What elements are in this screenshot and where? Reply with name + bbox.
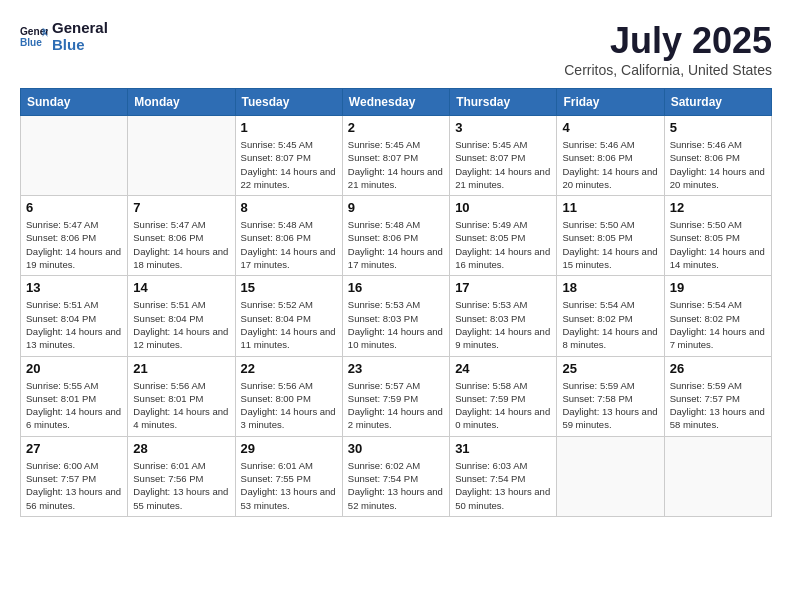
column-header-thursday: Thursday xyxy=(450,89,557,116)
day-detail: Sunrise: 5:59 AM Sunset: 7:58 PM Dayligh… xyxy=(562,379,658,432)
day-number: 23 xyxy=(348,361,444,376)
calendar-cell: 22Sunrise: 5:56 AM Sunset: 8:00 PM Dayli… xyxy=(235,356,342,436)
day-detail: Sunrise: 6:01 AM Sunset: 7:56 PM Dayligh… xyxy=(133,459,229,512)
calendar-cell: 26Sunrise: 5:59 AM Sunset: 7:57 PM Dayli… xyxy=(664,356,771,436)
day-number: 21 xyxy=(133,361,229,376)
calendar-cell: 28Sunrise: 6:01 AM Sunset: 7:56 PM Dayli… xyxy=(128,436,235,516)
day-detail: Sunrise: 5:47 AM Sunset: 8:06 PM Dayligh… xyxy=(26,218,122,271)
calendar-cell: 1Sunrise: 5:45 AM Sunset: 8:07 PM Daylig… xyxy=(235,116,342,196)
calendar-cell: 15Sunrise: 5:52 AM Sunset: 8:04 PM Dayli… xyxy=(235,276,342,356)
column-header-friday: Friday xyxy=(557,89,664,116)
logo-icon: General Blue xyxy=(20,23,48,51)
calendar-cell: 12Sunrise: 5:50 AM Sunset: 8:05 PM Dayli… xyxy=(664,196,771,276)
calendar-cell: 21Sunrise: 5:56 AM Sunset: 8:01 PM Dayli… xyxy=(128,356,235,436)
column-header-sunday: Sunday xyxy=(21,89,128,116)
calendar-cell: 30Sunrise: 6:02 AM Sunset: 7:54 PM Dayli… xyxy=(342,436,449,516)
day-number: 19 xyxy=(670,280,766,295)
day-detail: Sunrise: 5:50 AM Sunset: 8:05 PM Dayligh… xyxy=(562,218,658,271)
column-header-saturday: Saturday xyxy=(664,89,771,116)
day-number: 7 xyxy=(133,200,229,215)
title-block: July 2025 Cerritos, California, United S… xyxy=(564,20,772,78)
calendar-cell: 7Sunrise: 5:47 AM Sunset: 8:06 PM Daylig… xyxy=(128,196,235,276)
calendar-cell: 8Sunrise: 5:48 AM Sunset: 8:06 PM Daylig… xyxy=(235,196,342,276)
calendar-cell: 31Sunrise: 6:03 AM Sunset: 7:54 PM Dayli… xyxy=(450,436,557,516)
day-number: 4 xyxy=(562,120,658,135)
day-number: 27 xyxy=(26,441,122,456)
day-detail: Sunrise: 5:51 AM Sunset: 8:04 PM Dayligh… xyxy=(133,298,229,351)
week-row-4: 20Sunrise: 5:55 AM Sunset: 8:01 PM Dayli… xyxy=(21,356,772,436)
column-header-wednesday: Wednesday xyxy=(342,89,449,116)
day-detail: Sunrise: 5:52 AM Sunset: 8:04 PM Dayligh… xyxy=(241,298,337,351)
day-detail: Sunrise: 5:45 AM Sunset: 8:07 PM Dayligh… xyxy=(241,138,337,191)
calendar-cell: 2Sunrise: 5:45 AM Sunset: 8:07 PM Daylig… xyxy=(342,116,449,196)
calendar-cell: 16Sunrise: 5:53 AM Sunset: 8:03 PM Dayli… xyxy=(342,276,449,356)
day-number: 11 xyxy=(562,200,658,215)
calendar-cell: 9Sunrise: 5:48 AM Sunset: 8:06 PM Daylig… xyxy=(342,196,449,276)
day-detail: Sunrise: 5:48 AM Sunset: 8:06 PM Dayligh… xyxy=(241,218,337,271)
day-detail: Sunrise: 5:58 AM Sunset: 7:59 PM Dayligh… xyxy=(455,379,551,432)
calendar-cell: 23Sunrise: 5:57 AM Sunset: 7:59 PM Dayli… xyxy=(342,356,449,436)
logo-blue-text: Blue xyxy=(52,37,108,54)
week-row-3: 13Sunrise: 5:51 AM Sunset: 8:04 PM Dayli… xyxy=(21,276,772,356)
calendar-cell: 18Sunrise: 5:54 AM Sunset: 8:02 PM Dayli… xyxy=(557,276,664,356)
day-number: 14 xyxy=(133,280,229,295)
calendar-table: SundayMondayTuesdayWednesdayThursdayFrid… xyxy=(20,88,772,517)
calendar-cell: 13Sunrise: 5:51 AM Sunset: 8:04 PM Dayli… xyxy=(21,276,128,356)
day-detail: Sunrise: 5:51 AM Sunset: 8:04 PM Dayligh… xyxy=(26,298,122,351)
page-header: General Blue General Blue July 2025 Cerr… xyxy=(20,20,772,78)
svg-text:Blue: Blue xyxy=(20,36,42,47)
day-detail: Sunrise: 5:49 AM Sunset: 8:05 PM Dayligh… xyxy=(455,218,551,271)
day-detail: Sunrise: 5:57 AM Sunset: 7:59 PM Dayligh… xyxy=(348,379,444,432)
calendar-cell: 11Sunrise: 5:50 AM Sunset: 8:05 PM Dayli… xyxy=(557,196,664,276)
column-header-tuesday: Tuesday xyxy=(235,89,342,116)
day-number: 25 xyxy=(562,361,658,376)
day-detail: Sunrise: 5:45 AM Sunset: 8:07 PM Dayligh… xyxy=(348,138,444,191)
day-number: 3 xyxy=(455,120,551,135)
day-detail: Sunrise: 5:50 AM Sunset: 8:05 PM Dayligh… xyxy=(670,218,766,271)
day-number: 22 xyxy=(241,361,337,376)
calendar-cell: 25Sunrise: 5:59 AM Sunset: 7:58 PM Dayli… xyxy=(557,356,664,436)
calendar-header-row: SundayMondayTuesdayWednesdayThursdayFrid… xyxy=(21,89,772,116)
day-detail: Sunrise: 5:46 AM Sunset: 8:06 PM Dayligh… xyxy=(670,138,766,191)
day-number: 5 xyxy=(670,120,766,135)
calendar-cell: 20Sunrise: 5:55 AM Sunset: 8:01 PM Dayli… xyxy=(21,356,128,436)
day-detail: Sunrise: 5:46 AM Sunset: 8:06 PM Dayligh… xyxy=(562,138,658,191)
day-detail: Sunrise: 5:59 AM Sunset: 7:57 PM Dayligh… xyxy=(670,379,766,432)
calendar-cell: 14Sunrise: 5:51 AM Sunset: 8:04 PM Dayli… xyxy=(128,276,235,356)
day-detail: Sunrise: 5:47 AM Sunset: 8:06 PM Dayligh… xyxy=(133,218,229,271)
day-number: 24 xyxy=(455,361,551,376)
day-number: 15 xyxy=(241,280,337,295)
day-detail: Sunrise: 6:03 AM Sunset: 7:54 PM Dayligh… xyxy=(455,459,551,512)
day-number: 20 xyxy=(26,361,122,376)
location: Cerritos, California, United States xyxy=(564,62,772,78)
calendar-cell xyxy=(664,436,771,516)
day-number: 31 xyxy=(455,441,551,456)
day-number: 17 xyxy=(455,280,551,295)
day-number: 28 xyxy=(133,441,229,456)
day-detail: Sunrise: 5:48 AM Sunset: 8:06 PM Dayligh… xyxy=(348,218,444,271)
day-number: 29 xyxy=(241,441,337,456)
day-detail: Sunrise: 5:56 AM Sunset: 8:00 PM Dayligh… xyxy=(241,379,337,432)
calendar-cell: 17Sunrise: 5:53 AM Sunset: 8:03 PM Dayli… xyxy=(450,276,557,356)
calendar-cell: 4Sunrise: 5:46 AM Sunset: 8:06 PM Daylig… xyxy=(557,116,664,196)
day-number: 9 xyxy=(348,200,444,215)
day-detail: Sunrise: 5:54 AM Sunset: 8:02 PM Dayligh… xyxy=(562,298,658,351)
calendar-cell xyxy=(128,116,235,196)
day-number: 18 xyxy=(562,280,658,295)
week-row-1: 1Sunrise: 5:45 AM Sunset: 8:07 PM Daylig… xyxy=(21,116,772,196)
day-detail: Sunrise: 5:55 AM Sunset: 8:01 PM Dayligh… xyxy=(26,379,122,432)
day-detail: Sunrise: 6:01 AM Sunset: 7:55 PM Dayligh… xyxy=(241,459,337,512)
day-detail: Sunrise: 5:53 AM Sunset: 8:03 PM Dayligh… xyxy=(455,298,551,351)
calendar-cell: 29Sunrise: 6:01 AM Sunset: 7:55 PM Dayli… xyxy=(235,436,342,516)
day-detail: Sunrise: 6:00 AM Sunset: 7:57 PM Dayligh… xyxy=(26,459,122,512)
calendar-cell: 3Sunrise: 5:45 AM Sunset: 8:07 PM Daylig… xyxy=(450,116,557,196)
day-detail: Sunrise: 5:56 AM Sunset: 8:01 PM Dayligh… xyxy=(133,379,229,432)
calendar-cell xyxy=(557,436,664,516)
day-number: 30 xyxy=(348,441,444,456)
day-number: 2 xyxy=(348,120,444,135)
day-number: 26 xyxy=(670,361,766,376)
day-number: 13 xyxy=(26,280,122,295)
calendar-cell: 10Sunrise: 5:49 AM Sunset: 8:05 PM Dayli… xyxy=(450,196,557,276)
day-number: 8 xyxy=(241,200,337,215)
day-detail: Sunrise: 5:53 AM Sunset: 8:03 PM Dayligh… xyxy=(348,298,444,351)
